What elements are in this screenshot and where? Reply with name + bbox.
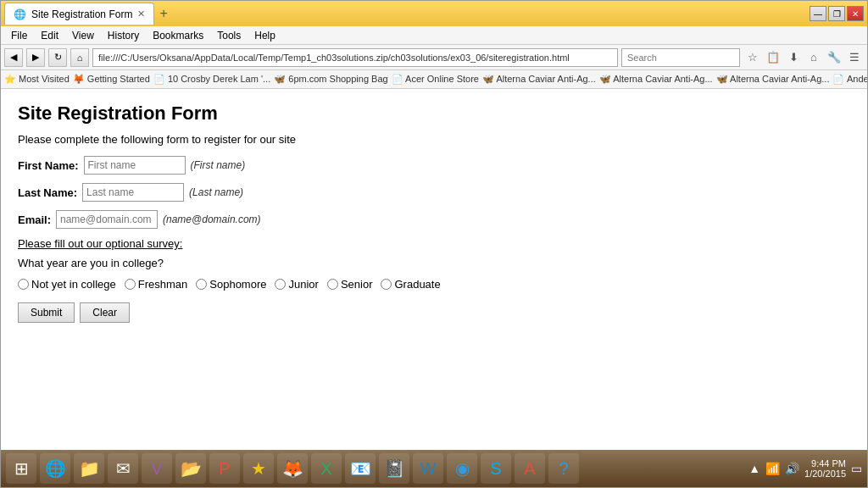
bookmarksbar: ⭐ Most Visited 🦊 Getting Started 📄 10 Cr… [1,70,867,89]
active-tab[interactable]: 🌐 Site Registration Form ✕ [4,3,154,25]
bookmark-alterna3[interactable]: 🦋 Alterna Caviar Anti-Ag... [716,74,830,85]
radio-freshman-label: Freshman [138,278,188,291]
menubar: File Edit View History Bookmarks Tools H… [1,26,867,45]
radio-junior-label: Junior [288,278,318,291]
radio-senior-label: Senior [341,278,373,291]
taskbar-onenote-icon[interactable]: 📓 [379,453,409,484]
home-toolbar-icon[interactable]: ⌂ [804,48,823,67]
radio-graduate-input[interactable] [381,279,392,290]
radio-not-yet[interactable]: Not yet in college [18,278,116,291]
email-input[interactable] [56,210,158,229]
bookmark-getting-started[interactable]: 🦊 Getting Started [73,74,150,85]
close-button[interactable]: ✕ [847,6,864,21]
bookmark-6pm[interactable]: 🦋 6pm.com Shopping Bag [274,74,387,85]
new-tab-button[interactable]: + [159,6,167,21]
clock-date: 1/20/2015 [804,469,846,479]
browser-window: 🌐 Site Registration Form ✕ + — ❐ ✕ File … [0,0,868,488]
taskbar-ie-icon[interactable]: 🌐 [40,453,70,484]
taskbar-arrow-icon[interactable]: ▲ [748,462,760,475]
taskbar-excel-icon[interactable]: X [311,453,342,484]
tools-icon[interactable]: 🔧 [825,48,843,67]
refresh-button[interactable]: ↻ [48,48,67,67]
bookmark-andean[interactable]: 📄 Andean Convertible C... [832,74,867,85]
star-icon[interactable]: ☆ [743,48,762,67]
radio-graduate-label: Graduate [394,278,440,291]
start-button[interactable]: ⊞ [6,453,36,484]
bookmark-alterna1[interactable]: 🦋 Alterna Caviar Anti-Ag... [482,74,596,85]
taskbar-yellow-icon[interactable]: ★ [243,453,274,484]
ie-icon: 🌐 [14,8,26,20]
forward-button[interactable]: ▶ [26,48,45,67]
menu-help[interactable]: Help [248,28,282,43]
menu-icon[interactable]: ☰ [845,48,864,67]
radio-senior[interactable]: Senior [327,278,373,291]
survey-question: What year are you in college? [18,257,850,269]
toolbar-icons: ☆ 📋 ⬇ ⌂ 🔧 ☰ [743,48,864,67]
taskbar-explorer-icon[interactable]: 📁 [74,453,104,484]
taskbar-ppt-icon[interactable]: P [209,453,240,484]
taskbar-network-icon[interactable]: 📶 [765,462,780,475]
window-controls: — ❐ ✕ [810,6,864,21]
submit-button[interactable]: Submit [18,302,75,323]
tab-title: Site Registration Form [31,8,132,20]
taskbar-right: ▲ 📶 🔊 9:44 PM 1/20/2015 ▭ [748,458,862,479]
lastname-row: Last Name: (Last name) [18,183,850,202]
clear-button[interactable]: Clear [80,302,130,323]
radio-junior-input[interactable] [275,279,286,290]
page-heading: Site Registration Form [18,103,850,125]
email-row: Email: (name@domain.com) [18,210,850,229]
address-bar-box[interactable]: file:///C:/Users/Oksana/AppData/Local/Te… [92,48,618,67]
restore-button[interactable]: ❐ [828,6,845,21]
show-desktop-icon[interactable]: ▭ [851,462,862,475]
taskbar-adobe-icon[interactable]: A [515,453,545,484]
taskbar-left: ⊞ 🌐 📁 ✉ V 📂 P ★ 🦊 X 📧 📓 W ◉ S A ? [6,453,579,484]
radio-not-yet-label: Not yet in college [31,278,116,291]
menu-history[interactable]: History [101,28,146,43]
radio-sophomore-input[interactable] [196,279,207,290]
radio-freshman[interactable]: Freshman [125,278,188,291]
minimize-button[interactable]: — [810,6,826,21]
taskbar-outlook-icon[interactable]: 📧 [345,453,376,484]
bookmark-crosby[interactable]: 📄 10 Crosby Derek Lam '... [153,74,270,85]
taskbar-skype-icon[interactable]: S [481,453,511,484]
radio-graduate[interactable]: Graduate [381,278,440,291]
radio-not-yet-input[interactable] [18,279,29,290]
taskbar-firefox-icon[interactable]: 🦊 [277,453,308,484]
search-input[interactable] [621,48,740,67]
page-intro: Please complete the following form to re… [18,133,850,146]
clock[interactable]: 9:44 PM 1/20/2015 [804,458,846,479]
bookmark-most-visited[interactable]: ⭐ Most Visited [4,74,70,85]
menu-bookmarks[interactable]: Bookmarks [146,28,210,43]
bookmark-acer[interactable]: 📄 Acer Online Store [392,74,479,85]
taskbar: ⊞ 🌐 📁 ✉ V 📂 P ★ 🦊 X 📧 📓 W ◉ S A ? ▲ 📶 🔊 … [1,450,867,487]
menu-file[interactable]: File [4,28,34,43]
lastname-input[interactable] [82,183,184,202]
taskbar-word-icon[interactable]: W [413,453,443,484]
back-button[interactable]: ◀ [4,48,23,67]
home-button[interactable]: ⌂ [70,48,89,67]
tab-close-icon[interactable]: ✕ [137,8,145,19]
taskbar-help-icon[interactable]: ? [548,453,579,484]
taskbar-blue-icon[interactable]: ◉ [447,453,477,484]
download-icon[interactable]: ⬇ [784,48,803,67]
taskbar-vs-icon[interactable]: V [142,453,172,484]
taskbar-folder-icon[interactable]: 📂 [175,453,206,484]
email-hint: (name@domain.com) [163,214,261,225]
radio-group: Not yet in college Freshman Sophomore Ju… [18,278,850,291]
menu-edit[interactable]: Edit [34,28,65,43]
firstname-row: First Name: (First name) [18,156,850,175]
radio-junior[interactable]: Junior [275,278,318,291]
bookmark-icon[interactable]: 📋 [764,48,782,67]
radio-senior-input[interactable] [327,279,338,290]
taskbar-volume-icon[interactable]: 🔊 [785,462,799,475]
firstname-input[interactable] [84,156,186,175]
lastname-label: Last Name: [18,186,77,199]
lastname-hint: (Last name) [189,186,243,198]
bookmark-alterna2[interactable]: 🦋 Alterna Caviar Anti-Ag... [599,74,713,85]
radio-freshman-input[interactable] [125,279,136,290]
taskbar-mail-icon[interactable]: ✉ [108,453,138,484]
radio-sophomore[interactable]: Sophomore [196,278,266,291]
menu-tools[interactable]: Tools [210,28,248,43]
menu-view[interactable]: View [65,28,101,43]
button-row: Submit Clear [18,302,850,323]
